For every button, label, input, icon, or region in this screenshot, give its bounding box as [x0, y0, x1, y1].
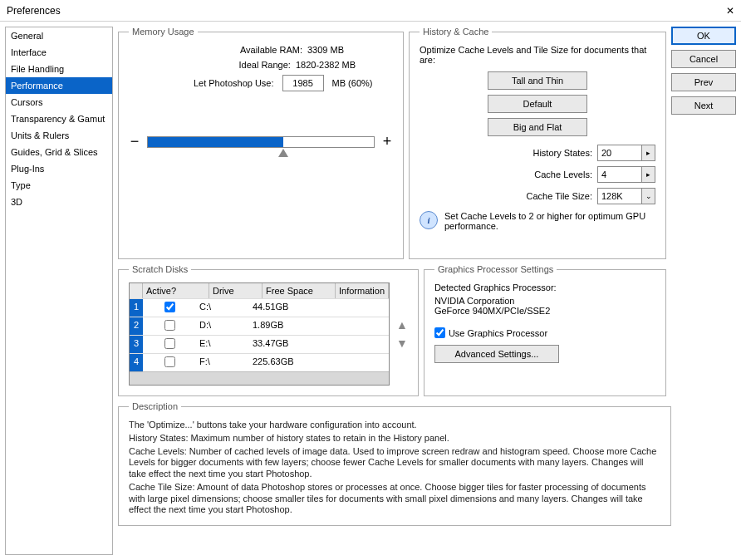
sidebar-item-3d[interactable]: 3D: [6, 194, 112, 210]
gpu-card: GeForce 940MX/PCIe/SSE2: [434, 306, 655, 316]
detected-gpu-label: Detected Graphics Processor:: [434, 282, 655, 292]
cache-tile-dropdown-icon[interactable]: ⌄: [642, 188, 655, 204]
table-row[interactable]: 4F:\225.63GB: [130, 353, 389, 371]
use-gpu-checkbox[interactable]: [434, 327, 445, 338]
row-active-cell[interactable]: [143, 299, 196, 317]
desc-line-2: History States: Maximum number of histor…: [129, 433, 660, 445]
row-drive: F:\: [196, 354, 249, 371]
history-states-stepper[interactable]: ▸: [642, 145, 655, 161]
row-free: 44.51GB: [249, 299, 322, 317]
memory-usage-group: Memory Usage Available RAM: 3309 MB Idea…: [118, 27, 404, 259]
row-drive: E:\: [196, 336, 249, 353]
history-legend: History & Cache: [420, 27, 492, 37]
row-info: [322, 336, 389, 353]
col-free: Free Space: [263, 283, 336, 298]
sidebar-item-plug-ins[interactable]: Plug-Ins: [6, 160, 112, 177]
memory-legend: Memory Usage: [129, 27, 198, 37]
cache-tile-label: Cache Tile Size:: [527, 191, 592, 201]
row-active-cell[interactable]: [143, 336, 196, 353]
info-icon: i: [420, 211, 438, 229]
desc-line-3: Cache Levels: Number of cached levels of…: [129, 446, 660, 480]
cache-levels-input[interactable]: [597, 166, 642, 183]
scratch-scrollbar[interactable]: [130, 371, 389, 385]
sidebar-item-units-rulers[interactable]: Units & Rulers: [6, 127, 112, 144]
memory-slider[interactable]: [147, 136, 375, 148]
big-flat-button[interactable]: Big and Flat: [488, 118, 587, 136]
row-free: 1.89GB: [249, 317, 322, 335]
default-button[interactable]: Default: [488, 95, 587, 113]
prev-button[interactable]: Prev: [671, 73, 736, 91]
sidebar-item-type[interactable]: Type: [6, 177, 112, 194]
row-info: [322, 317, 389, 335]
advanced-settings-button[interactable]: Advanced Settings...: [434, 345, 559, 363]
row-number: 1: [130, 299, 143, 317]
scratch-legend: Scratch Disks: [129, 264, 191, 274]
active-checkbox[interactable]: [164, 320, 175, 331]
desc-line-4: Cache Tile Size: Amount of data Photosho…: [129, 482, 660, 516]
row-drive: D:\: [196, 317, 249, 335]
row-active-cell[interactable]: [143, 354, 196, 371]
slider-fill: [148, 137, 283, 147]
history-states-input[interactable]: [597, 145, 642, 161]
col-info: Information: [336, 283, 389, 298]
desc-line-1: The 'Optimize...' buttons take your hard…: [129, 420, 660, 431]
col-drive: Drive: [209, 283, 263, 298]
scratch-disks-group: Scratch Disks Active? Drive Free Space I…: [118, 264, 419, 396]
sidebar-item-performance[interactable]: Performance: [6, 77, 112, 94]
window-title: Preferences: [7, 5, 61, 17]
slider-minus-button[interactable]: −: [129, 133, 140, 150]
move-up-icon[interactable]: ▲: [396, 318, 408, 332]
history-cache-group: History & Cache Optimize Cache Levels an…: [409, 27, 666, 259]
table-row[interactable]: 1C:\44.51GB: [130, 298, 389, 317]
available-ram-label: Available RAM:: [178, 45, 302, 55]
sidebar-item-cursors[interactable]: Cursors: [6, 94, 112, 111]
category-sidebar: GeneralInterfaceFile HandlingPerformance…: [5, 27, 113, 555]
sidebar-item-guides-grid-slices[interactable]: Guides, Grid & Slices: [6, 144, 112, 160]
tall-thin-button[interactable]: Tall and Thin: [488, 71, 587, 90]
sidebar-item-transparency-gamut[interactable]: Transparency & Gamut: [6, 111, 112, 127]
scratch-table-header: Active? Drive Free Space Information: [130, 283, 389, 298]
row-active-cell[interactable]: [143, 317, 196, 335]
table-row[interactable]: 2D:\1.89GB: [130, 317, 389, 335]
row-free: 225.63GB: [249, 354, 322, 371]
ok-button[interactable]: OK: [671, 27, 736, 45]
active-checkbox[interactable]: [164, 302, 175, 312]
gpu-legend: Graphics Processor Settings: [434, 264, 557, 274]
row-free: 33.47GB: [249, 336, 322, 353]
history-states-label: History States:: [532, 148, 592, 158]
cache-levels-label: Cache Levels:: [534, 169, 592, 179]
row-number: 2: [130, 317, 143, 335]
gpu-vendor: NVIDIA Corporation: [434, 296, 655, 306]
row-info: [322, 299, 389, 317]
active-checkbox[interactable]: [164, 338, 175, 349]
description-legend: Description: [129, 401, 181, 411]
let-use-label: Let Photoshop Use:: [150, 78, 274, 88]
slider-thumb[interactable]: [278, 149, 288, 157]
cache-tile-select[interactable]: [597, 188, 642, 204]
move-down-icon[interactable]: ▼: [396, 336, 408, 350]
row-number: 3: [130, 336, 143, 353]
col-active: Active?: [143, 283, 209, 298]
ideal-range-value: 1820-2382 MB: [296, 60, 356, 70]
use-gpu-label: Use Graphics Processor: [449, 328, 547, 338]
row-info: [322, 354, 389, 371]
let-use-suffix: MB (60%): [332, 78, 373, 88]
next-button[interactable]: Next: [671, 96, 736, 115]
scratch-table: Active? Drive Free Space Information 1C:…: [129, 282, 390, 386]
cancel-button[interactable]: Cancel: [671, 50, 736, 68]
table-row[interactable]: 3E:\33.47GB: [130, 335, 389, 353]
ideal-range-label: Ideal Range:: [166, 60, 291, 70]
sidebar-item-general[interactable]: General: [6, 27, 112, 44]
history-intro: Optimize Cache Levels and Tile Size for …: [420, 45, 655, 65]
gpu-settings-group: Graphics Processor Settings Detected Gra…: [424, 264, 666, 396]
cache-info-text: Set Cache Levels to 2 or higher for opti…: [444, 211, 655, 231]
active-checkbox[interactable]: [164, 356, 175, 367]
let-use-input[interactable]: [282, 75, 324, 91]
close-icon[interactable]: ✕: [726, 5, 734, 17]
slider-plus-button[interactable]: +: [381, 133, 393, 150]
sidebar-item-interface[interactable]: Interface: [6, 44, 112, 61]
available-ram-value: 3309 MB: [307, 45, 344, 55]
cache-levels-stepper[interactable]: ▸: [642, 166, 655, 183]
description-group: Description The 'Optimize...' buttons ta…: [118, 401, 671, 526]
sidebar-item-file-handling[interactable]: File Handling: [6, 61, 112, 77]
